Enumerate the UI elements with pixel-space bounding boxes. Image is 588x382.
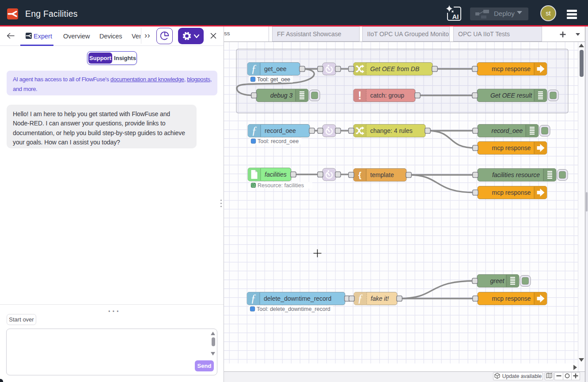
svg-text:facilities: facilities — [265, 171, 287, 178]
svg-text:ƒ: ƒ — [357, 292, 363, 304]
svg-text:ƒ: ƒ — [251, 125, 257, 136]
svg-text:fake it!: fake it! — [371, 295, 389, 302]
svg-text:mcp response: mcp response — [492, 65, 531, 72]
svg-text:Resource: facilities: Resource: facilities — [258, 182, 304, 189]
svg-text:catch: group: catch: group — [370, 92, 404, 99]
svg-text:template: template — [370, 171, 394, 178]
svg-text:get_oee: get_oee — [264, 65, 287, 72]
svg-text:mcp response: mcp response — [492, 144, 531, 151]
svg-text:ƒ: ƒ — [251, 63, 257, 75]
svg-text:AI: AI — [452, 13, 459, 20]
svg-text:ƒ: ƒ — [250, 292, 256, 304]
svg-text:record_oee: record_oee — [492, 127, 523, 134]
svg-text:Get OEE result: Get OEE result — [490, 92, 532, 99]
svg-text:record_oee: record_oee — [265, 127, 296, 134]
svg-text:Tool: delete_downtime_record: Tool: delete_downtime_record — [257, 306, 330, 312]
svg-text:Tool: get_oee: Tool: get_oee — [257, 76, 290, 83]
svg-text:{: { — [358, 170, 361, 179]
svg-text:!: ! — [358, 89, 361, 102]
svg-text:mcp response: mcp response — [492, 189, 531, 196]
svg-text:Get OEE from DB: Get OEE from DB — [370, 65, 419, 72]
svg-text:delete_downtime_record: delete_downtime_record — [264, 295, 331, 302]
svg-text:change: 4 rules: change: 4 rules — [370, 127, 413, 134]
svg-text:greet: greet — [490, 277, 505, 284]
svg-text:facilities resource: facilities resource — [492, 171, 540, 178]
svg-text:debug 3: debug 3 — [270, 92, 293, 99]
svg-text:mcp response: mcp response — [492, 295, 531, 302]
svg-text:Tool: record_oee: Tool: record_oee — [258, 138, 299, 144]
